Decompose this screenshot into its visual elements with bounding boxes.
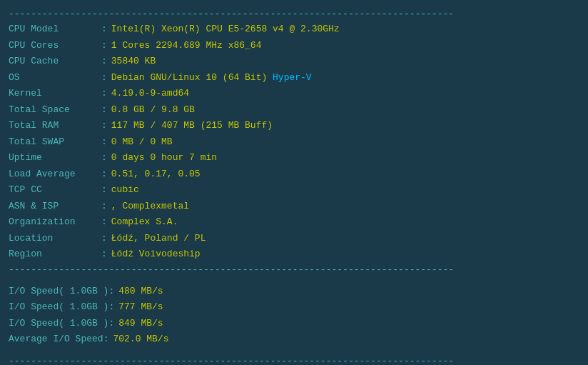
system-row: OS: Debian GNU/Linux 10 (64 Bit) Hyper-V — [9, 71, 579, 85]
row-value: Debian GNU/Linux 10 (64 Bit) Hyper-V — [111, 71, 312, 85]
system-row: Total SWAP: 0 MB / 0 MB — [9, 135, 579, 149]
top-divider: ----------------------------------------… — [9, 9, 579, 19]
io-value: 777 MB/s — [118, 300, 163, 314]
row-value: cubic — [111, 183, 139, 197]
io-row: I/O Speed( 1.0GB ): 777 MB/s — [9, 300, 579, 314]
row-value: Łódź Voivodeship — [111, 247, 201, 261]
row-colon: : — [101, 54, 107, 69]
system-row: Kernel: 4.19.0-9-amd64 — [9, 86, 579, 101]
system-row: Region: Łódź Voivodeship — [9, 247, 579, 261]
row-label: TCP CC — [9, 183, 101, 197]
row-colon: : — [101, 135, 107, 149]
io-value: 702.0 MB/s — [113, 332, 168, 346]
io-label: I/O Speed( 1.0GB ) — [9, 300, 108, 314]
row-label: Location — [9, 231, 101, 246]
io-colon: : — [103, 332, 109, 346]
row-label: CPU Cache — [9, 54, 101, 69]
io-label: Average I/O Speed — [9, 332, 103, 346]
row-colon: : — [101, 215, 107, 229]
row-label: CPU Model — [9, 22, 101, 36]
row-value: 35840 KB — [111, 54, 156, 69]
io-value: 849 MB/s — [118, 316, 163, 331]
row-colon: : — [101, 71, 107, 85]
row-colon: : — [101, 39, 107, 53]
system-row: Total RAM: 117 MB / 407 MB (215 MB Buff) — [9, 119, 579, 133]
system-row: Location: Łódź, Poland / PL — [9, 231, 579, 246]
row-value: 4.19.0-9-amd64 — [111, 86, 189, 101]
row-label: Kernel — [9, 86, 101, 101]
row-value: 0 MB / 0 MB — [111, 135, 173, 149]
row-colon: : — [101, 167, 107, 181]
row-label: Total RAM — [9, 119, 101, 133]
system-row: Total Space: 0.8 GB / 9.8 GB — [9, 103, 579, 117]
io-value: 480 MB/s — [118, 284, 163, 299]
io-section: I/O Speed( 1.0GB ): 480 MB/sI/O Speed( 1… — [9, 278, 579, 353]
row-value: Intel(R) Xeon(R) CPU E5-2658 v4 @ 2.30GH… — [111, 22, 340, 36]
row-value: 0.8 GB / 9.8 GB — [111, 103, 195, 117]
row-value: Łódź, Poland / PL — [111, 231, 206, 246]
system-row: CPU Cache: 35840 KB — [9, 54, 579, 69]
system-row: CPU Cores: 1 Cores 2294.689 MHz x86_64 — [9, 39, 579, 53]
row-label: Load Average — [9, 167, 101, 181]
row-label: Organization — [9, 215, 101, 229]
row-value: 117 MB / 407 MB (215 MB Buff) — [111, 119, 273, 133]
row-label: Uptime — [9, 151, 101, 165]
io-colon: : — [108, 300, 114, 314]
row-value: 1 Cores 2294.689 MHz x86_64 — [111, 39, 262, 53]
row-label: Total SWAP — [9, 135, 101, 149]
row-colon: : — [101, 103, 107, 117]
row-value: 0.51, 0.17, 0.05 — [111, 167, 201, 181]
row-label: Total Space — [9, 103, 101, 117]
io-row: I/O Speed( 1.0GB ): 849 MB/s — [9, 316, 579, 331]
system-row: ASN & ISP: , Complexmetal — [9, 199, 579, 214]
row-colon: : — [101, 86, 107, 101]
row-value: 0 days 0 hour 7 min — [111, 151, 217, 165]
row-colon: : — [101, 151, 107, 165]
row-highlight: Hyper-V — [273, 72, 312, 83]
row-value: , Complexmetal — [111, 199, 189, 214]
io-row: Average I/O Speed: 702.0 MB/s — [9, 332, 579, 346]
system-row: Load Average: 0.51, 0.17, 0.05 — [9, 167, 579, 181]
bottom-divider: ----------------------------------------… — [9, 264, 579, 275]
io-colon: : — [108, 284, 114, 299]
row-colon: : — [101, 22, 107, 36]
row-label: ASN & ISP — [9, 199, 101, 214]
system-info-section: CPU Model: Intel(R) Xeon(R) CPU E5-2658 … — [9, 22, 579, 261]
system-row: TCP CC: cubic — [9, 183, 579, 197]
system-row: Organization: Complex S.A. — [9, 215, 579, 229]
final-divider: ----------------------------------------… — [9, 356, 579, 366]
io-row: I/O Speed( 1.0GB ): 480 MB/s — [9, 284, 579, 299]
system-row: Uptime: 0 days 0 hour 7 min — [9, 151, 579, 165]
row-colon: : — [101, 199, 107, 214]
row-colon: : — [101, 247, 107, 261]
row-colon: : — [101, 183, 107, 197]
io-colon: : — [108, 316, 114, 331]
row-label: Region — [9, 247, 101, 261]
row-colon: : — [101, 231, 107, 246]
row-value: Complex S.A. — [111, 215, 178, 229]
row-colon: : — [101, 119, 107, 133]
system-row: CPU Model: Intel(R) Xeon(R) CPU E5-2658 … — [9, 22, 579, 36]
io-label: I/O Speed( 1.0GB ) — [9, 316, 108, 331]
row-label: OS — [9, 71, 101, 85]
row-label: CPU Cores — [9, 39, 101, 53]
io-label: I/O Speed( 1.0GB ) — [9, 284, 108, 299]
